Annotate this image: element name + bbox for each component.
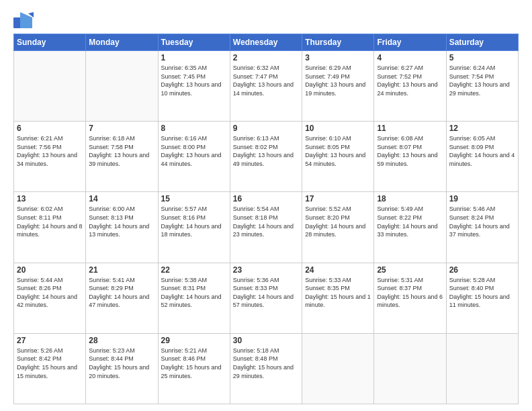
calendar-cell: 21Sunrise: 5:41 AM Sunset: 8:29 PM Dayli… xyxy=(86,263,158,333)
day-number: 4 xyxy=(377,53,443,62)
calendar-cell xyxy=(374,333,446,404)
day-number: 30 xyxy=(233,336,299,345)
calendar-cell: 17Sunrise: 5:52 AM Sunset: 8:20 PM Dayli… xyxy=(302,192,374,263)
week-row-2: 6Sunrise: 6:21 AM Sunset: 7:56 PM Daylig… xyxy=(14,122,519,192)
day-number: 17 xyxy=(305,194,371,203)
day-info: Sunrise: 6:08 AM Sunset: 8:07 PM Dayligh… xyxy=(377,134,443,168)
weekday-header-row: SundayMondayTuesdayWednesdayThursdayFrid… xyxy=(14,34,519,51)
calendar-cell: 15Sunrise: 5:57 AM Sunset: 8:16 PM Dayli… xyxy=(158,192,230,263)
day-number: 27 xyxy=(17,336,83,345)
calendar-cell: 30Sunrise: 5:18 AM Sunset: 8:48 PM Dayli… xyxy=(230,333,302,404)
weekday-header-thursday: Thursday xyxy=(302,34,374,51)
calendar-cell: 10Sunrise: 6:10 AM Sunset: 8:05 PM Dayli… xyxy=(302,122,374,192)
day-info: Sunrise: 5:36 AM Sunset: 8:33 PM Dayligh… xyxy=(233,276,299,310)
day-number: 2 xyxy=(233,53,299,62)
day-number: 1 xyxy=(161,53,227,62)
day-info: Sunrise: 6:16 AM Sunset: 8:00 PM Dayligh… xyxy=(161,134,227,168)
day-number: 29 xyxy=(161,336,227,345)
day-info: Sunrise: 6:24 AM Sunset: 7:54 PM Dayligh… xyxy=(449,64,515,97)
day-number: 21 xyxy=(89,265,154,275)
day-number: 18 xyxy=(377,194,443,203)
calendar-cell: 26Sunrise: 5:28 AM Sunset: 8:40 PM Dayli… xyxy=(446,263,518,333)
calendar-cell: 27Sunrise: 5:26 AM Sunset: 8:42 PM Dayli… xyxy=(14,333,86,404)
calendar-cell: 2Sunrise: 6:32 AM Sunset: 7:47 PM Daylig… xyxy=(230,51,302,122)
weekday-header-sunday: Sunday xyxy=(14,34,86,51)
day-info: Sunrise: 5:52 AM Sunset: 8:20 PM Dayligh… xyxy=(305,205,371,238)
calendar-cell: 6Sunrise: 6:21 AM Sunset: 7:56 PM Daylig… xyxy=(14,122,86,192)
calendar-cell xyxy=(446,333,518,404)
day-number: 12 xyxy=(449,124,515,133)
day-info: Sunrise: 6:27 AM Sunset: 7:52 PM Dayligh… xyxy=(377,64,443,97)
day-info: Sunrise: 5:54 AM Sunset: 8:18 PM Dayligh… xyxy=(233,205,299,238)
day-number: 5 xyxy=(449,53,515,62)
day-number: 23 xyxy=(233,265,299,275)
calendar-cell: 24Sunrise: 5:33 AM Sunset: 8:35 PM Dayli… xyxy=(302,263,374,333)
day-info: Sunrise: 6:21 AM Sunset: 7:56 PM Dayligh… xyxy=(17,134,83,168)
day-number: 15 xyxy=(161,194,227,203)
day-info: Sunrise: 5:21 AM Sunset: 8:46 PM Dayligh… xyxy=(161,347,227,380)
day-info: Sunrise: 5:46 AM Sunset: 8:24 PM Dayligh… xyxy=(449,205,515,238)
day-number: 25 xyxy=(377,265,443,275)
calendar-cell: 18Sunrise: 5:49 AM Sunset: 8:22 PM Dayli… xyxy=(374,192,446,263)
day-info: Sunrise: 5:31 AM Sunset: 8:37 PM Dayligh… xyxy=(377,276,443,310)
day-number: 22 xyxy=(161,265,227,275)
calendar-cell xyxy=(302,333,374,404)
weekday-header-saturday: Saturday xyxy=(446,34,518,51)
day-info: Sunrise: 6:10 AM Sunset: 8:05 PM Dayligh… xyxy=(305,134,371,168)
weekday-header-tuesday: Tuesday xyxy=(158,34,230,51)
day-number: 16 xyxy=(233,194,299,203)
day-info: Sunrise: 6:35 AM Sunset: 7:45 PM Dayligh… xyxy=(161,64,227,97)
calendar-cell: 7Sunrise: 6:18 AM Sunset: 7:58 PM Daylig… xyxy=(86,122,158,192)
day-info: Sunrise: 6:02 AM Sunset: 8:11 PM Dayligh… xyxy=(17,205,83,238)
day-info: Sunrise: 5:41 AM Sunset: 8:29 PM Dayligh… xyxy=(89,276,154,310)
weekday-header-friday: Friday xyxy=(374,34,446,51)
day-info: Sunrise: 5:38 AM Sunset: 8:31 PM Dayligh… xyxy=(161,276,227,310)
calendar-cell: 12Sunrise: 6:05 AM Sunset: 8:09 PM Dayli… xyxy=(446,122,518,192)
weekday-header-wednesday: Wednesday xyxy=(230,34,302,51)
calendar-cell: 16Sunrise: 5:54 AM Sunset: 8:18 PM Dayli… xyxy=(230,192,302,263)
day-info: Sunrise: 6:18 AM Sunset: 7:58 PM Dayligh… xyxy=(89,134,154,168)
day-info: Sunrise: 6:00 AM Sunset: 8:13 PM Dayligh… xyxy=(89,205,154,238)
calendar-cell: 23Sunrise: 5:36 AM Sunset: 8:33 PM Dayli… xyxy=(230,263,302,333)
day-number: 8 xyxy=(161,124,227,133)
day-info: Sunrise: 5:33 AM Sunset: 8:35 PM Dayligh… xyxy=(305,276,371,310)
week-row-4: 20Sunrise: 5:44 AM Sunset: 8:26 PM Dayli… xyxy=(14,263,519,333)
week-row-1: 1Sunrise: 6:35 AM Sunset: 7:45 PM Daylig… xyxy=(14,51,519,122)
calendar-cell: 14Sunrise: 6:00 AM Sunset: 8:13 PM Dayli… xyxy=(86,192,158,263)
calendar-cell: 13Sunrise: 6:02 AM Sunset: 8:11 PM Dayli… xyxy=(14,192,86,263)
calendar-cell: 19Sunrise: 5:46 AM Sunset: 8:24 PM Dayli… xyxy=(446,192,518,263)
day-info: Sunrise: 5:57 AM Sunset: 8:16 PM Dayligh… xyxy=(161,205,227,238)
calendar-cell xyxy=(14,51,86,122)
day-info: Sunrise: 6:29 AM Sunset: 7:49 PM Dayligh… xyxy=(305,64,371,97)
day-number: 9 xyxy=(233,124,299,133)
day-info: Sunrise: 5:18 AM Sunset: 8:48 PM Dayligh… xyxy=(233,347,299,380)
page: SundayMondayTuesdayWednesdayThursdayFrid… xyxy=(0,0,532,411)
calendar-cell: 5Sunrise: 6:24 AM Sunset: 7:54 PM Daylig… xyxy=(446,51,518,122)
day-number: 3 xyxy=(305,53,371,62)
calendar-table: SundayMondayTuesdayWednesdayThursdayFrid… xyxy=(13,34,519,404)
day-number: 6 xyxy=(17,124,83,133)
day-number: 11 xyxy=(377,124,443,133)
day-number: 28 xyxy=(89,336,154,345)
day-number: 20 xyxy=(17,265,83,275)
day-info: Sunrise: 6:13 AM Sunset: 8:02 PM Dayligh… xyxy=(233,134,299,168)
day-info: Sunrise: 5:44 AM Sunset: 8:26 PM Dayligh… xyxy=(17,276,83,310)
day-number: 26 xyxy=(449,265,515,275)
calendar-cell: 22Sunrise: 5:38 AM Sunset: 8:31 PM Dayli… xyxy=(158,263,230,333)
day-number: 24 xyxy=(305,265,371,275)
day-number: 14 xyxy=(89,194,154,203)
calendar-cell: 4Sunrise: 6:27 AM Sunset: 7:52 PM Daylig… xyxy=(374,51,446,122)
logo xyxy=(13,12,35,28)
day-info: Sunrise: 6:05 AM Sunset: 8:09 PM Dayligh… xyxy=(449,134,515,168)
calendar-cell: 8Sunrise: 6:16 AM Sunset: 8:00 PM Daylig… xyxy=(158,122,230,192)
day-info: Sunrise: 5:49 AM Sunset: 8:22 PM Dayligh… xyxy=(377,205,443,238)
calendar-cell: 25Sunrise: 5:31 AM Sunset: 8:37 PM Dayli… xyxy=(374,263,446,333)
day-number: 13 xyxy=(17,194,83,203)
weekday-header-monday: Monday xyxy=(86,34,158,51)
day-info: Sunrise: 5:23 AM Sunset: 8:44 PM Dayligh… xyxy=(89,347,154,380)
calendar-cell: 11Sunrise: 6:08 AM Sunset: 8:07 PM Dayli… xyxy=(374,122,446,192)
calendar-cell: 1Sunrise: 6:35 AM Sunset: 7:45 PM Daylig… xyxy=(158,51,230,122)
header xyxy=(13,12,519,28)
day-number: 19 xyxy=(449,194,515,203)
calendar-cell: 28Sunrise: 5:23 AM Sunset: 8:44 PM Dayli… xyxy=(86,333,158,404)
